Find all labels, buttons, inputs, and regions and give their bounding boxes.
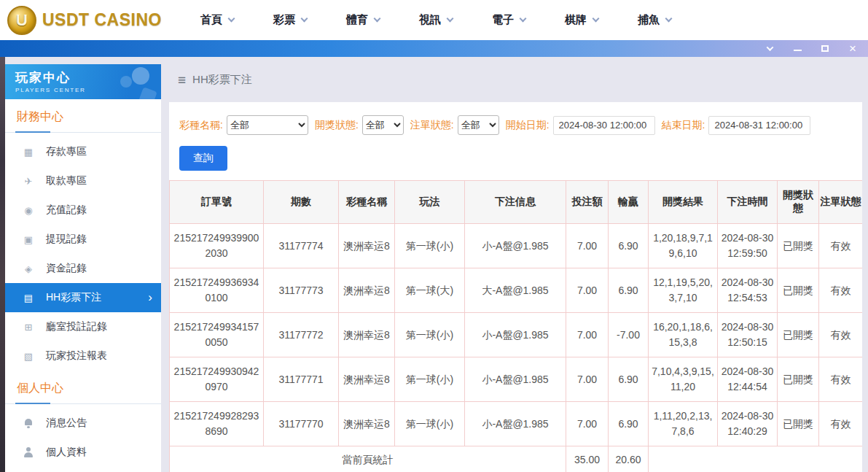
- order-status-select[interactable]: 全部: [458, 115, 499, 135]
- cell: 已開獎: [778, 402, 819, 446]
- table-row: 215217249936934010031177773澳洲幸运8第一球(大)大-…: [170, 268, 863, 313]
- cell: 有效: [819, 357, 863, 402]
- lottery-name-label: 彩種名稱:: [179, 119, 223, 132]
- cell: 已開獎: [778, 224, 819, 268]
- cell: 第一球(小): [395, 224, 465, 268]
- search-button[interactable]: 查詢: [179, 146, 227, 171]
- end-date-label: 結束日期:: [662, 119, 705, 132]
- page-title: HH彩票下注: [192, 73, 252, 87]
- cell: -7.00: [609, 313, 649, 357]
- cell: 1,11,20,2,13,7,8,6: [649, 402, 718, 446]
- cell: 31177774: [264, 224, 339, 268]
- start-date-input[interactable]: [553, 116, 655, 135]
- sidebar-item-deposit[interactable]: ▦存款專區: [5, 137, 161, 166]
- cell: 第一球(小): [395, 313, 465, 357]
- sidebar-item-label: 資金記錄: [46, 262, 87, 275]
- column-header: 開獎狀態: [778, 181, 819, 224]
- column-header: 開獎結果: [649, 181, 718, 224]
- logo-coin-icon: U: [7, 6, 36, 35]
- bell-icon: [23, 418, 34, 429]
- menu-toggle-icon[interactable]: ≡: [178, 73, 186, 87]
- nav-item-slots[interactable]: 電子: [472, 0, 545, 40]
- cell: 2152172499309420970: [170, 357, 264, 402]
- column-header: 玩法: [395, 181, 465, 224]
- column-header: 期數: [264, 181, 339, 224]
- end-date-filter: 結束日期:: [662, 116, 811, 135]
- cell: 第一球(小): [395, 357, 465, 402]
- page-background-strip: [0, 57, 5, 472]
- cell: 澳洲幸运8: [339, 224, 395, 268]
- sidebar-item-label: HH彩票下注: [46, 291, 101, 304]
- nav-item-video[interactable]: 視訊: [399, 0, 472, 40]
- nav-item-cards[interactable]: 棋牌: [545, 0, 618, 40]
- cell: 7.00: [566, 357, 609, 402]
- content-area: 玩家中心 PLAYERS CENTER 財務中心▦存款專區✈取款專區◉充值記錄▣…: [0, 57, 868, 472]
- collapse-button[interactable]: [765, 44, 775, 54]
- summary-row: 當前頁統計35.0020.60: [170, 446, 863, 472]
- sidebar-item-announcements[interactable]: 消息公告: [5, 409, 161, 438]
- nav-item-label: 彩票: [273, 13, 295, 27]
- lottery-name-select[interactable]: 全部: [227, 115, 308, 135]
- cell: 澳洲幸运8: [339, 268, 395, 313]
- sidebar-item-profile[interactable]: 個人資料: [5, 438, 161, 467]
- end-date-input[interactable]: [708, 116, 810, 135]
- sidebar-item-withdrawal-record[interactable]: ▣提現記錄: [5, 225, 161, 254]
- nav-item-home[interactable]: 首頁: [181, 0, 254, 40]
- maximize-button[interactable]: [820, 44, 830, 54]
- cell: 1,20,18,9,7,19,6,10: [649, 224, 718, 268]
- funds-record-icon: ◈: [23, 263, 34, 274]
- table-header-row: 訂單號期數彩種名稱玩法下注信息投注額輸贏開獎結果下注時間開獎狀態注單狀態: [170, 181, 863, 224]
- lottery-name-filter: 彩種名稱: 全部: [179, 115, 308, 135]
- cell: 小-A盤@1.985: [465, 402, 566, 446]
- sidebar-item-room-bet-record[interactable]: ⊞廳室投註記錄: [5, 312, 161, 341]
- close-icon: ×: [849, 44, 856, 54]
- cell: 有效: [819, 224, 863, 268]
- column-header: 輸贏: [609, 181, 649, 224]
- sidebar-item-hh-lottery-bet[interactable]: ▤HH彩票下注›: [5, 283, 161, 312]
- cell: 31177772: [264, 313, 339, 357]
- cell: 6.90: [609, 224, 649, 268]
- sidebar-item-label: 個人資料: [46, 446, 87, 459]
- sidebar-section-finance: 財務中心: [5, 99, 161, 133]
- close-button[interactable]: ×: [848, 44, 858, 54]
- sidebar-subtitle: PLAYERS CENTER: [15, 87, 151, 93]
- nav-item-sports[interactable]: 體育: [327, 0, 399, 40]
- order-status-filter: 注單狀態: 全部: [410, 115, 499, 135]
- main-panel: 彩種名稱: 全部 開獎狀態: 全部 注單狀態: 全部: [169, 102, 862, 472]
- bet-table: 訂單號期數彩種名稱玩法下注信息投注額輸贏開獎結果下注時間開獎狀態注單狀態 215…: [169, 180, 862, 472]
- cell: 31177771: [264, 357, 339, 402]
- sidebar-menu: 財務中心▦存款專區✈取款專區◉充值記錄▣提現記錄◈資金記錄▤HH彩票下注›⊞廳室…: [5, 99, 161, 467]
- sidebar-item-recharge-record[interactable]: ◉充值記錄: [5, 196, 161, 225]
- nav-item-label: 首頁: [200, 13, 222, 27]
- maximize-icon: [821, 45, 829, 52]
- cell: 第一球(大): [395, 268, 465, 313]
- cell: 2024-08-30 12:54:53: [718, 268, 778, 313]
- minimize-button[interactable]: [792, 44, 802, 54]
- cell: 7.00: [566, 313, 609, 357]
- cell: 澳洲幸运8: [339, 357, 395, 402]
- chevron-down-icon: [766, 44, 773, 51]
- sidebar-item-player-bet-report[interactable]: ▧玩家投注報表: [5, 341, 161, 371]
- sidebar-item-label: 玩家投注報表: [46, 349, 107, 363]
- nav-item-fishing[interactable]: 捕魚: [618, 0, 691, 40]
- nav-item-lottery[interactable]: 彩票: [254, 0, 327, 40]
- cell: 2024-08-30 12:59:50: [718, 224, 778, 268]
- bet-report-icon: ▧: [23, 351, 34, 362]
- cell: 7.00: [566, 402, 609, 446]
- sidebar-item-funds-record[interactable]: ◈資金記錄: [5, 254, 161, 283]
- summary-label: 當前頁統計: [170, 446, 566, 472]
- logo[interactable]: U USDT CASINO: [0, 6, 181, 35]
- top-nav: U USDT CASINO 首頁彩票體育視訊電子棋牌捕魚: [0, 0, 868, 40]
- cell: 有效: [819, 402, 863, 446]
- nav-item-label: 電子: [492, 13, 514, 27]
- cell: 2152172499369340100: [170, 268, 264, 313]
- cell: 大-A盤@1.985: [465, 268, 566, 313]
- cell: 小-A盤@1.985: [465, 224, 566, 268]
- cell: 16,20,1,18,6,15,3,8: [649, 313, 718, 357]
- decor-circle-icon: [120, 76, 132, 88]
- draw-status-select[interactable]: 全部: [362, 115, 404, 135]
- cell: 6.90: [609, 268, 649, 313]
- cell: 第一球(小): [395, 402, 465, 446]
- chevron-down-icon: [665, 15, 673, 22]
- sidebar-item-withdraw[interactable]: ✈取款專區: [5, 166, 161, 196]
